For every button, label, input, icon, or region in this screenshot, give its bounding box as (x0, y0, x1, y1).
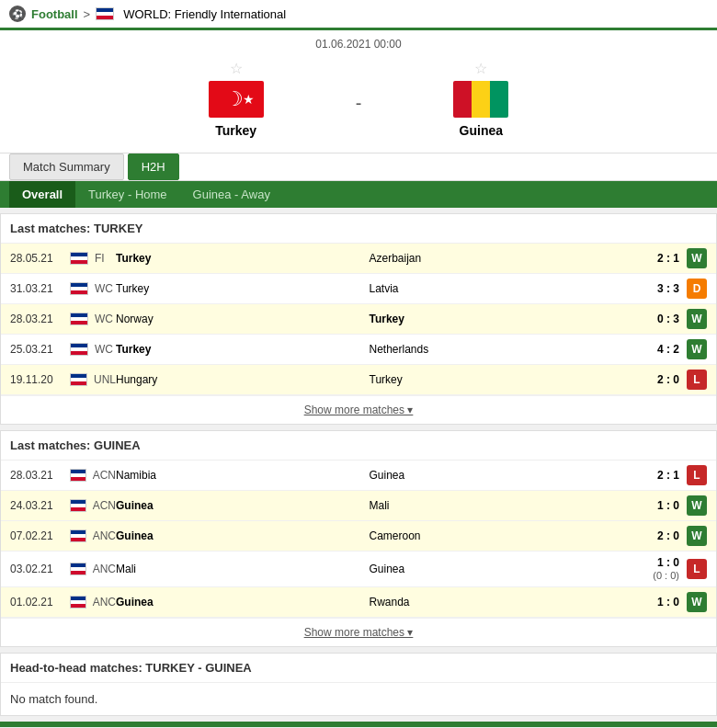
comp-flag-icon (70, 252, 88, 265)
comp-col: ANC (70, 563, 116, 575)
home-team-name: Turkey (215, 123, 256, 138)
away-team-cell: Rwanda (370, 596, 623, 609)
comp-flag-icon (70, 343, 88, 356)
result-badge: W (687, 495, 707, 516)
away-team-cell: Turkey (370, 313, 623, 325)
score-cell: 3 : 3 (622, 282, 687, 295)
sport-label[interactable]: Football (31, 7, 78, 21)
score-cell: 0 : 3 (622, 313, 687, 325)
away-star-icon[interactable]: ☆ (474, 60, 487, 77)
comp-col: ANC (70, 529, 116, 542)
match-header: 01.06.2021 00:00 ☆ Turkey - ☆ Guinea (0, 30, 717, 153)
away-team-name: Guinea (460, 123, 503, 138)
away-team-cell: Turkey (370, 373, 623, 386)
score-cell: 1 : 0(0 : 0) (622, 556, 687, 582)
comp-col: ANC (70, 596, 116, 609)
breadcrumb-separator: > (84, 7, 91, 21)
score-cell: 2 : 1 (622, 469, 687, 482)
teams-row: ☆ Turkey - ☆ Guinea (18, 60, 699, 138)
away-team-cell: Guinea (370, 469, 623, 482)
result-badge: W (687, 248, 707, 268)
comp-col: WC (70, 343, 116, 356)
match-date-cell: 19.11.20 (10, 373, 70, 386)
tab-match-summary[interactable]: Match Summary (9, 154, 124, 180)
table-row: 28.05.21 FI Turkey Azerbaijan 2 : 1 W (1, 244, 716, 274)
competition-label[interactable]: WORLD: Friendly International (123, 7, 286, 21)
home-team-cell: Guinea (116, 499, 370, 512)
home-team-cell: Norway (116, 313, 370, 325)
away-team-cell: Latvia (370, 282, 623, 295)
home-team-cell: Hungary (116, 373, 370, 386)
score-cell: 1 : 0 (622, 596, 687, 609)
home-team-cell: Turkey (116, 282, 370, 295)
subtab-overall[interactable]: Overall (9, 181, 75, 208)
subtabs-row: Overall Turkey - Home Guinea - Away (0, 181, 717, 208)
table-row: 28.03.21 ACN Namibia Guinea 2 : 1 L (1, 461, 716, 491)
match-date-cell: 24.03.21 (10, 499, 70, 512)
comp-col: ACN (70, 469, 116, 482)
match-date-cell: 28.03.21 (10, 469, 70, 482)
comp-flag-icon (70, 499, 86, 512)
home-team-cell: Mali (116, 563, 370, 575)
comp-flag-icon (70, 313, 88, 325)
comp-flag-icon (70, 469, 86, 482)
away-team-cell: Guinea (370, 563, 623, 575)
score-cell: 2 : 1 (622, 252, 687, 265)
result-badge: W (687, 592, 707, 612)
table-row: 24.03.21 ACN Guinea Mali 1 : 0 W (1, 491, 716, 521)
home-star-icon[interactable]: ☆ (230, 60, 243, 77)
subtab-guinea-away[interactable]: Guinea - Away (180, 181, 283, 208)
result-badge: L (687, 465, 707, 485)
world-flag-icon (96, 7, 114, 20)
table-row: 28.03.21 WC Norway Turkey 0 : 3 W (1, 304, 716, 335)
match-date-cell: 03.02.21 (10, 563, 70, 575)
guinea-matches-section: Last matches: GUINEA 28.03.21 ACN Namibi… (0, 430, 717, 647)
comp-col: UNL (70, 373, 116, 386)
score-cell: 2 : 0 (622, 529, 687, 542)
score-cell: 2 : 0 (622, 373, 687, 386)
subtab-turkey-home[interactable]: Turkey - Home (75, 181, 179, 208)
score-cell: 4 : 2 (622, 343, 687, 356)
home-team-cell: Guinea (116, 596, 370, 609)
score-cell: 1 : 0 (622, 499, 687, 512)
home-team-cell: Turkey (116, 252, 370, 265)
turkey-flag-icon (209, 81, 264, 118)
match-date-cell: 07.02.21 (10, 529, 70, 542)
turkey-matches-title: Last matches: TURKEY (1, 214, 716, 244)
no-match-text: No match found. (1, 683, 716, 715)
home-team-cell: Namibia (116, 469, 370, 482)
h2h-section: Head-to-head matches: TURKEY - GUINEA No… (0, 653, 717, 716)
result-badge: W (687, 339, 707, 359)
match-date-cell: 25.03.21 (10, 343, 70, 356)
guinea-flag-icon (453, 81, 508, 118)
match-score: - (356, 84, 362, 114)
result-badge: D (687, 279, 707, 299)
guinea-matches-title: Last matches: GUINEA (1, 431, 716, 461)
table-row: 01.02.21 ANC Guinea Rwanda 1 : 0 W (1, 587, 716, 618)
show-more-guinea[interactable]: Show more matches ▾ (1, 618, 716, 646)
show-more-turkey[interactable]: Show more matches ▾ (1, 395, 716, 424)
match-date-cell: 28.03.21 (10, 313, 70, 325)
comp-col: ACN (70, 499, 116, 512)
tab-h2h[interactable]: H2H (128, 154, 179, 180)
h2h-title: Head-to-head matches: TURKEY - GUINEA (1, 654, 716, 683)
breadcrumb: ⚽ Football > WORLD: Friendly Internation… (0, 0, 717, 30)
result-badge: W (687, 309, 707, 329)
comp-flag-icon (70, 563, 86, 575)
home-team-block: ☆ Turkey (144, 60, 328, 138)
football-icon: ⚽ (9, 6, 26, 22)
turkey-matches-section: Last matches: TURKEY 28.05.21 FI Turkey … (0, 213, 717, 425)
table-row: 25.03.21 WC Turkey Netherlands 4 : 2 W (1, 335, 716, 365)
result-badge: W (687, 526, 707, 546)
comp-col: FI (70, 252, 116, 265)
away-team-block: ☆ Guinea (389, 60, 573, 138)
comp-flag-icon (70, 529, 86, 542)
home-team-cell: Guinea (116, 529, 370, 542)
comp-flag-icon (70, 282, 88, 295)
table-row: 31.03.21 WC Turkey Latvia 3 : 3 D (1, 274, 716, 304)
away-team-cell: Cameroon (370, 529, 623, 542)
away-team-cell: Mali (370, 499, 623, 512)
comp-col: WC (70, 313, 116, 325)
table-row: 07.02.21 ANC Guinea Cameroon 2 : 0 W (1, 521, 716, 552)
result-badge: L (687, 370, 707, 390)
